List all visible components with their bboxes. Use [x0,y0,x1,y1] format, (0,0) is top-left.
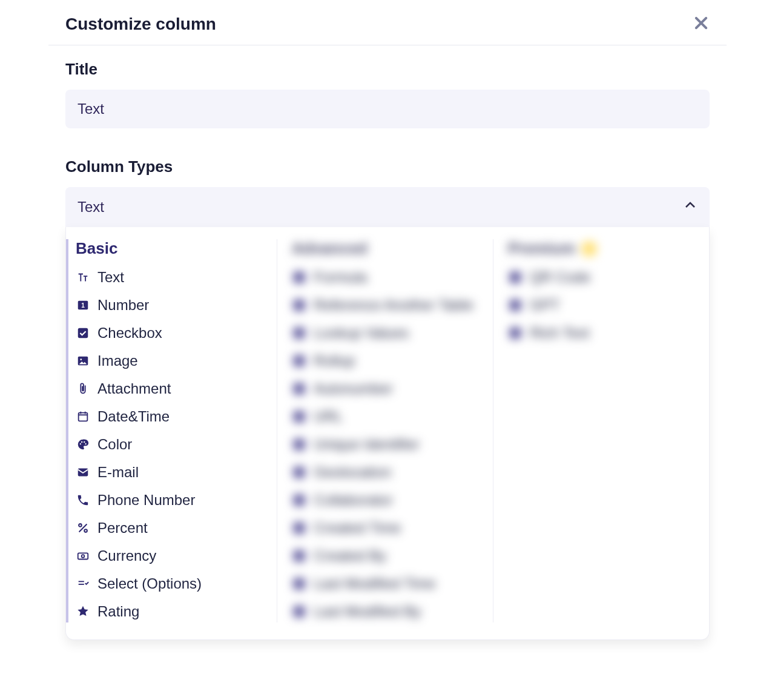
group-premium-title: Premium [508,239,694,258]
premium-type-list: QR Code GPT Rich Text [508,266,694,344]
text-icon [76,270,90,285]
type-label: Percent [97,520,148,537]
generic-icon [292,381,306,396]
dialog-title: Customize column [65,15,216,34]
close-button[interactable] [693,15,710,34]
type-label: Date&Time [97,408,170,425]
basic-type-list: Text 1 Number Checkbox [76,266,262,622]
generic-icon [292,326,306,340]
color-icon [76,437,90,452]
type-advanced-item: Formula [292,266,478,288]
phone-icon [76,493,90,507]
svg-rect-7 [79,413,88,421]
generic-icon [292,549,306,563]
generic-icon [292,437,306,452]
type-label: Currency [97,547,156,564]
type-label: Text [97,269,124,286]
svg-point-14 [85,443,86,444]
svg-line-16 [79,524,87,532]
generic-icon [292,576,306,591]
type-label: Last Modified Time [314,575,435,592]
type-text[interactable]: Text [76,266,262,288]
dialog-header: Customize column [48,15,727,45]
type-label: Color [97,436,132,453]
title-section: Title [48,45,727,128]
group-basic-title: Basic [76,239,262,258]
column-type-dropdown[interactable]: Text [65,187,710,227]
type-datetime[interactable]: Date&Time [76,406,262,428]
type-number[interactable]: 1 Number [76,294,262,316]
type-email[interactable]: E-mail [76,461,262,483]
type-label: Image [97,352,138,369]
type-label: Phone Number [97,492,195,509]
type-advanced-item: URL [292,406,478,428]
svg-point-12 [81,441,82,443]
type-image[interactable]: Image [76,350,262,372]
rating-icon [76,604,90,619]
svg-point-17 [79,524,82,527]
group-basic: Basic Text 1 Number [66,239,277,622]
generic-icon [292,493,306,507]
email-icon [76,465,90,480]
type-label: Rich Text [530,325,589,342]
svg-point-18 [84,529,87,532]
group-premium-title-text: Premium [508,239,575,258]
divider [493,239,493,622]
divider [277,239,277,622]
type-label: Rollup [314,352,355,369]
advanced-type-list: Formula Reference Another Table Lookup V… [292,266,478,622]
customize-column-dialog: Customize column Title Column Types Text… [48,0,727,640]
title-input[interactable] [65,90,710,128]
type-label: Formula [314,269,367,286]
close-icon [693,15,710,34]
type-percent[interactable]: Percent [76,517,262,539]
type-select[interactable]: Select (Options) [76,573,262,595]
type-label: Created Time [314,520,401,537]
generic-icon [292,298,306,312]
group-advanced: Advanced Formula Reference Another Table… [277,239,493,622]
image-icon [76,354,90,368]
attachment-icon [76,381,90,396]
type-premium-item: Rich Text [508,322,694,344]
type-label: Reference Another Table [314,297,473,314]
type-color[interactable]: Color [76,434,262,455]
group-advanced-title: Advanced [292,239,478,258]
type-label: Last Modified By [314,603,421,620]
svg-rect-19 [78,553,88,559]
chevron-up-icon [683,198,698,216]
generic-icon [508,298,523,312]
type-label: Number [97,297,149,314]
type-phone[interactable]: Phone Number [76,489,262,511]
group-premium: Premium QR Code GPT Rich Text [493,239,709,622]
type-label: Created By [314,547,386,564]
generic-icon [508,270,523,285]
type-label: Rating [97,603,139,620]
type-advanced-item: Last Modified By [292,601,478,622]
generic-icon [508,326,523,340]
type-label: URL [314,408,343,425]
type-label: Geolocation [314,464,391,481]
type-attachment[interactable]: Attachment [76,378,262,400]
svg-point-6 [80,358,82,360]
datetime-icon [76,409,90,424]
column-types-label: Column Types [65,157,710,176]
generic-icon [292,465,306,480]
type-advanced-item: Collaborator [292,489,478,511]
svg-point-13 [84,441,85,443]
type-advanced-item: Created Time [292,517,478,539]
svg-rect-4 [78,328,88,338]
type-label: Autonumber [314,380,393,397]
type-rating[interactable]: Rating [76,601,262,622]
type-currency[interactable]: Currency [76,545,262,567]
currency-icon [76,549,90,563]
type-premium-item: QR Code [508,266,694,288]
generic-icon [292,521,306,535]
type-premium-item: GPT [508,294,694,316]
type-label: Unique Identifier [314,436,420,453]
svg-point-20 [82,555,85,558]
svg-point-11 [80,443,81,444]
type-checkbox[interactable]: Checkbox [76,322,262,344]
type-label: Lookup Values [314,325,409,342]
column-type-panel: Basic Text 1 Number [65,227,710,640]
type-label: E-mail [97,464,139,481]
